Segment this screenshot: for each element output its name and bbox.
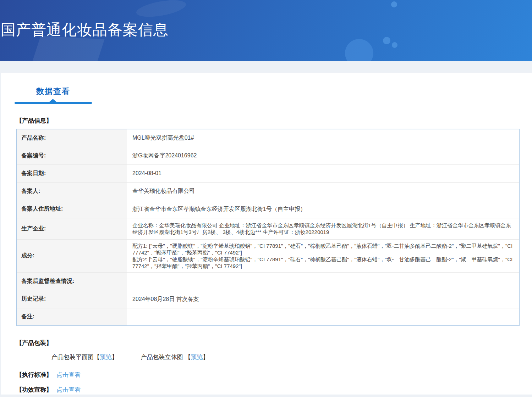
packaging-flat-label: 产品包装平面图 [51, 354, 94, 360]
row-value: 浙江省金华市金东区孝顺镇金东经济开发区履湖北街1号（自主申报） [127, 200, 519, 218]
banner-decoration-circle [345, 39, 373, 61]
row-label: 生产企业: [16, 218, 127, 239]
packaging-3d-preview-link[interactable]: 预览 [191, 354, 203, 360]
page-title: 国产普通化妆品备案信息 [1, 20, 169, 40]
table-row-product-name: 产品名称: MGL哑光双拼高光盘01# [16, 129, 519, 147]
packaging-flat-item: 产品包装平面图【预览】 [51, 353, 118, 361]
efficacy-row: 【功效宣称】点击查看 [16, 386, 519, 394]
bracket-open: 【 [185, 354, 191, 360]
banner-decoration-polygon [30, 36, 104, 61]
active-tab-pointer-icon [49, 99, 57, 102]
row-label: 备案人住所地址: [16, 200, 127, 218]
row-label: 备案后监督检查情况: [16, 272, 127, 290]
content-card: 数据查看 【产品信息】 产品名称: MGL哑光双拼高光盘01# 备案编号: 浙G… [1, 73, 532, 395]
row-value: 2024-08-01 [127, 164, 519, 182]
row-value: 浙G妆网备字2024016962 [127, 147, 519, 164]
row-value: MGL哑光双拼高光盘01# [127, 129, 519, 147]
product-info-section-title: 【产品信息】 [16, 117, 519, 125]
packaging-row: 产品包装平面图【预览】 产品包装立体图 【预览】 [51, 353, 519, 361]
efficacy-view-link[interactable]: 点击查看 [56, 386, 81, 393]
packaging-3d-item: 产品包装立体图 【预览】 [141, 353, 209, 361]
tab-bar: 数据查看 [15, 73, 519, 104]
bracket-close: 】 [203, 354, 209, 360]
table-row-record-date: 备案日期: 2024-08-01 [16, 164, 519, 182]
banner-decoration-ellipse [135, 0, 187, 20]
table-row-ingredients: 成分: 配方1: ["云母"，"硬脂酸镁"，"淀粉辛烯基琥珀酸铝"，"CI 77… [16, 239, 519, 272]
row-label: 备案编号: [16, 147, 127, 164]
table-row-remarks: 备注: [16, 308, 519, 326]
packaging-flat-preview-link[interactable]: 预览 [100, 354, 112, 360]
standards-view-link[interactable]: 点击查看 [56, 371, 81, 378]
row-label: 备注: [16, 308, 127, 326]
row-value [127, 308, 519, 326]
banner-decoration-circle [392, 42, 397, 48]
row-value: 2024年08月28日 首次备案 [127, 290, 519, 308]
row-label: 历史记录: [16, 290, 127, 308]
banner-decoration-circle [391, 1, 397, 7]
table-row-supervision-check: 备案后监督检查情况: [16, 272, 519, 290]
bracket-open: 【 [94, 354, 100, 360]
packaging-section-title: 【产品包装】 [16, 339, 519, 347]
packaging-3d-label: 产品包装立体图 [141, 354, 185, 360]
page-banner: 国产普通化妆品备案信息 [0, 0, 532, 61]
table-row-history: 历史记录: 2024年08月28日 首次备案 [16, 290, 519, 308]
bracket-close: 】 [112, 354, 118, 360]
table-row-manufacturer: 生产企业: 企业名称：金华美瑞化妆品有限公司 企业地址：浙江省金华市金东区孝顺镇… [16, 218, 519, 239]
row-value [127, 272, 519, 290]
row-label: 产品名称: [16, 129, 127, 147]
table-row-registrant-address: 备案人住所地址: 浙江省金华市金东区孝顺镇金东经济开发区履湖北街1号（自主申报） [16, 200, 519, 218]
row-value: 企业名称：金华美瑞化妆品有限公司 企业地址：浙江省金华市金东区孝顺镇金东经济开发… [127, 218, 519, 239]
row-label: 备案日期: [16, 164, 127, 182]
standards-label: 【执行标准】 [16, 371, 52, 378]
standards-row: 【执行标准】点击查看 [16, 371, 519, 379]
row-label: 备案人: [16, 182, 127, 200]
banner-decoration-circle [383, 37, 390, 44]
page-footer-strip [0, 395, 532, 397]
efficacy-label: 【功效宣称】 [16, 386, 52, 393]
product-info-table: 产品名称: MGL哑光双拼高光盘01# 备案编号: 浙G妆网备字20240169… [16, 129, 520, 326]
tab-divider [15, 102, 519, 104]
table-row-registrant: 备案人: 金华美瑞化妆品有限公司 [16, 182, 519, 200]
table-row-record-number: 备案编号: 浙G妆网备字2024016962 [16, 147, 519, 164]
row-value: 配方1: ["云母"，"硬脂酸镁"，"淀粉辛烯基琥珀酸铝"，"CI 77891"… [127, 239, 519, 272]
row-value: 金华美瑞化妆品有限公司 [127, 182, 519, 200]
row-label: 成分: [16, 239, 127, 272]
